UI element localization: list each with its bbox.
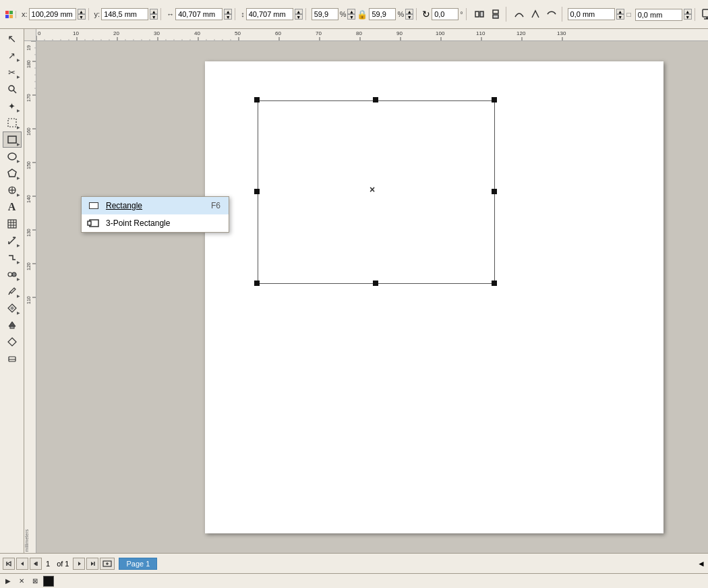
- x-spinner[interactable]: ▲ ▼: [78, 9, 86, 20]
- scroll-indicator: ◄: [697, 559, 705, 568]
- width-up[interactable]: ▲: [224, 9, 232, 14]
- y-down[interactable]: ▼: [150, 14, 158, 20]
- table-tool[interactable]: [3, 216, 22, 232]
- pos-y1-spinner[interactable]: ▲ ▼: [684, 9, 692, 20]
- rotation-input[interactable]: [432, 8, 459, 20]
- dimension-tool[interactable]: ▶: [3, 233, 22, 249]
- pos-x1-down[interactable]: ▼: [616, 14, 624, 20]
- handle-tm[interactable]: [373, 97, 378, 102]
- svg-point-11: [8, 153, 16, 160]
- y-spinner[interactable]: ▲ ▼: [150, 9, 158, 20]
- x-input[interactable]: [29, 8, 76, 20]
- page-prev-btn[interactable]: [16, 558, 28, 570]
- rotation-group: ↻ °: [419, 8, 466, 20]
- eyedropper-tool[interactable]: ▶: [3, 283, 22, 299]
- freehand-tool[interactable]: ↗ ▶: [3, 47, 22, 63]
- page-first-btn[interactable]: [3, 558, 15, 570]
- degree-label: °: [460, 10, 463, 18]
- handle-br[interactable]: [492, 281, 497, 286]
- page-prev2-btn[interactable]: [30, 558, 42, 570]
- rectangle-tool-btn[interactable]: ▶: [3, 131, 22, 148]
- scale-x-input[interactable]: [312, 8, 338, 20]
- rectangle-menu-label: Rectangle: [106, 201, 206, 210]
- ruler-top-row: 0 10 20 30 40 50 60 70: [24, 29, 708, 41]
- zoom-tool[interactable]: [3, 81, 22, 97]
- page-next-btn[interactable]: [73, 558, 85, 570]
- scale-y-spinner[interactable]: ▲ ▼: [405, 9, 413, 20]
- scale-x-down[interactable]: ▼: [347, 14, 355, 20]
- outline-tool[interactable]: ▶: [3, 300, 22, 316]
- height-down[interactable]: ▼: [295, 14, 303, 20]
- scale-y-down[interactable]: ▼: [405, 14, 413, 20]
- page-add-btn[interactable]: [100, 558, 115, 570]
- width-input[interactable]: [175, 8, 223, 20]
- curve-btn[interactable]: [512, 7, 527, 22]
- rectangle-object[interactable]: [258, 100, 495, 284]
- pos-x1-spinner[interactable]: ▲ ▼: [616, 9, 624, 20]
- text-tool[interactable]: A: [3, 199, 22, 215]
- smooth-btn[interactable]: [544, 7, 559, 22]
- ruler-corner: [24, 29, 36, 41]
- main-canvas[interactable]: × Rectangle F6: [36, 41, 708, 553]
- check-btn[interactable]: ⊠: [30, 576, 40, 587]
- scale-x-spinner[interactable]: ▲ ▼: [347, 9, 355, 20]
- svg-rect-9: [8, 119, 16, 127]
- three-point-rect-menu-item[interactable]: 3-Point Rectangle: [82, 214, 229, 232]
- scale-x-up[interactable]: ▲: [347, 9, 355, 14]
- eraser-tool[interactable]: [3, 351, 22, 367]
- rectangle-menu-item[interactable]: Rectangle F6: [82, 197, 229, 214]
- flip-h-btn[interactable]: [472, 7, 487, 22]
- crop-tool[interactable]: ✂ ▶: [3, 64, 22, 80]
- page-last-btn[interactable]: [86, 558, 98, 570]
- handle-tl[interactable]: [254, 97, 260, 102]
- blend-tool[interactable]: ▶: [3, 266, 22, 283]
- height-spinner[interactable]: ▲ ▼: [295, 9, 303, 20]
- ellipse-tool[interactable]: ▶: [3, 148, 22, 165]
- polygon-tool[interactable]: ▶: [3, 165, 22, 181]
- handle-bm[interactable]: [373, 281, 378, 286]
- pos-x1-up[interactable]: ▲: [616, 9, 624, 14]
- pos-x1-input[interactable]: [568, 8, 615, 20]
- play-btn[interactable]: ▶: [3, 576, 13, 587]
- handle-bl[interactable]: [254, 281, 260, 286]
- svg-text:100: 100: [436, 30, 445, 36]
- height-input[interactable]: [246, 8, 293, 20]
- stop-btn[interactable]: ✕: [16, 576, 27, 587]
- fill-black-btn[interactable]: [43, 576, 54, 587]
- svg-text:130: 130: [557, 30, 566, 36]
- smart-fill-tool[interactable]: ▶: [3, 115, 22, 131]
- selector-tool[interactable]: ↖: [3, 30, 22, 47]
- smart-fill2-tool[interactable]: [3, 334, 22, 350]
- x-up[interactable]: ▲: [78, 9, 86, 14]
- handle-tr[interactable]: [492, 97, 497, 102]
- page-tab[interactable]: Page 1: [119, 558, 157, 570]
- pos-y1-up[interactable]: ▲: [684, 9, 692, 14]
- monitor-btn[interactable]: [701, 7, 708, 22]
- pos-right-group: ▲ ▼ □ ▲ ▼: [565, 8, 695, 21]
- freehand2-tool[interactable]: ✦ ▶: [3, 98, 22, 114]
- scale-y-input[interactable]: [369, 8, 396, 20]
- lock-icon[interactable]: 🔒: [357, 9, 367, 20]
- y-up[interactable]: ▲: [150, 9, 158, 14]
- height-up[interactable]: ▲: [295, 9, 303, 14]
- svg-rect-107: [88, 221, 91, 225]
- handle-ml[interactable]: [254, 189, 260, 194]
- svg-text:90: 90: [396, 30, 403, 36]
- node-btn[interactable]: [528, 7, 543, 22]
- width-down[interactable]: ▼: [224, 14, 232, 20]
- handle-mr[interactable]: [492, 189, 497, 194]
- width-spinner[interactable]: ▲ ▼: [224, 9, 232, 20]
- fill-tool[interactable]: [3, 317, 22, 333]
- center-mark: ×: [370, 184, 375, 195]
- scale-y-up[interactable]: ▲: [405, 9, 413, 14]
- rectangle-menu-icon: [87, 200, 100, 211]
- pos-y1-input[interactable]: [635, 9, 682, 21]
- svg-point-25: [12, 272, 16, 276]
- flip-v-btn[interactable]: [488, 7, 503, 22]
- connector-tool[interactable]: ▶: [3, 249, 22, 266]
- smart-draw-tool[interactable]: ▶: [3, 182, 22, 198]
- app-icon-group: [3, 11, 16, 18]
- y-input[interactable]: [101, 8, 148, 20]
- pos-y1-down[interactable]: ▼: [684, 14, 692, 20]
- x-down[interactable]: ▼: [78, 14, 86, 20]
